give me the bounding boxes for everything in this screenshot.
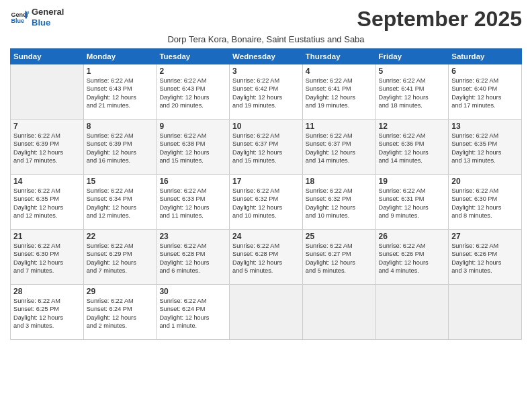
- day-number: 17: [232, 177, 300, 186]
- table-row: 16Sunrise: 6:22 AMSunset: 6:33 PMDayligh…: [157, 175, 230, 230]
- day-info: Sunrise: 6:22 AMSunset: 6:35 PMDaylight:…: [13, 187, 81, 220]
- table-row: 13Sunrise: 6:22 AMSunset: 6:35 PMDayligh…: [449, 120, 522, 175]
- day-info: Sunrise: 6:22 AMSunset: 6:39 PMDaylight:…: [13, 132, 81, 165]
- table-row: 22Sunrise: 6:22 AMSunset: 6:29 PMDayligh…: [83, 230, 157, 285]
- header-wednesday: Wednesday: [230, 49, 303, 64]
- day-info: Sunrise: 6:22 AMSunset: 6:42 PMDaylight:…: [232, 77, 300, 110]
- day-info: Sunrise: 6:22 AMSunset: 6:28 PMDaylight:…: [232, 242, 300, 275]
- table-row: 29Sunrise: 6:22 AMSunset: 6:24 PMDayligh…: [83, 285, 157, 340]
- month-title: September 2025: [357, 7, 522, 32]
- table-row: 26Sunrise: 6:22 AMSunset: 6:26 PMDayligh…: [375, 230, 449, 285]
- table-row: 9Sunrise: 6:22 AMSunset: 6:38 PMDaylight…: [157, 120, 230, 175]
- day-info: Sunrise: 6:22 AMSunset: 6:24 PMDaylight:…: [159, 297, 226, 330]
- day-number: 9: [159, 122, 226, 131]
- logo-line2: Blue: [32, 17, 64, 28]
- table-row: 10Sunrise: 6:22 AMSunset: 6:37 PMDayligh…: [230, 120, 303, 175]
- day-info: Sunrise: 6:22 AMSunset: 6:32 PMDaylight:…: [306, 187, 373, 220]
- day-info: Sunrise: 6:22 AMSunset: 6:26 PMDaylight:…: [451, 242, 519, 275]
- table-row: 24Sunrise: 6:22 AMSunset: 6:28 PMDayligh…: [230, 230, 303, 285]
- day-number: 18: [306, 177, 373, 186]
- table-row: 17Sunrise: 6:22 AMSunset: 6:32 PMDayligh…: [230, 175, 303, 230]
- day-number: 7: [13, 122, 81, 131]
- header-sunday: Sunday: [11, 49, 84, 64]
- day-number: 25: [306, 232, 373, 241]
- calendar-header: Sunday Monday Tuesday Wednesday Thursday…: [11, 49, 522, 64]
- day-number: 12: [379, 122, 446, 131]
- day-number: 22: [87, 232, 154, 241]
- subtitle: Dorp Tera Kora, Bonaire, Saint Eustatius…: [10, 34, 522, 44]
- day-info: Sunrise: 6:22 AMSunset: 6:37 PMDaylight:…: [232, 132, 300, 165]
- page: General Blue General Blue September 2025…: [0, 0, 532, 411]
- logo: General Blue General Blue: [10, 7, 64, 28]
- day-number: 19: [379, 177, 446, 186]
- day-number: 8: [87, 122, 154, 131]
- svg-text:Blue: Blue: [11, 17, 24, 24]
- header-saturday: Saturday: [449, 49, 522, 64]
- table-row: [375, 285, 449, 340]
- day-number: 1: [87, 66, 154, 76]
- day-number: 30: [159, 287, 226, 296]
- table-row: 19Sunrise: 6:22 AMSunset: 6:31 PMDayligh…: [375, 175, 449, 230]
- header-tuesday: Tuesday: [157, 49, 230, 64]
- table-row: 11Sunrise: 6:22 AMSunset: 6:37 PMDayligh…: [302, 120, 375, 175]
- calendar-body: 1Sunrise: 6:22 AMSunset: 6:43 PMDaylight…: [11, 64, 522, 340]
- table-row: 18Sunrise: 6:22 AMSunset: 6:32 PMDayligh…: [302, 175, 375, 230]
- day-number: 2: [159, 66, 226, 76]
- day-number: 10: [232, 122, 300, 131]
- day-number: 13: [451, 122, 519, 131]
- day-info: Sunrise: 6:22 AMSunset: 6:29 PMDaylight:…: [87, 242, 154, 275]
- table-row: 2Sunrise: 6:22 AMSunset: 6:43 PMDaylight…: [157, 64, 230, 120]
- day-info: Sunrise: 6:22 AMSunset: 6:35 PMDaylight:…: [451, 132, 519, 165]
- day-number: 4: [306, 66, 373, 76]
- table-row: 1Sunrise: 6:22 AMSunset: 6:43 PMDaylight…: [83, 64, 157, 120]
- day-info: Sunrise: 6:22 AMSunset: 6:33 PMDaylight:…: [159, 187, 226, 220]
- day-number: 6: [451, 66, 519, 76]
- day-info: Sunrise: 6:22 AMSunset: 6:31 PMDaylight:…: [379, 187, 446, 220]
- table-row: 3Sunrise: 6:22 AMSunset: 6:42 PMDaylight…: [230, 64, 303, 120]
- day-number: 26: [379, 232, 446, 241]
- logo-line1: General: [32, 7, 64, 17]
- table-row: 28Sunrise: 6:22 AMSunset: 6:25 PMDayligh…: [11, 285, 84, 340]
- day-info: Sunrise: 6:22 AMSunset: 6:39 PMDaylight:…: [87, 132, 154, 165]
- day-number: 28: [13, 287, 81, 296]
- table-row: 12Sunrise: 6:22 AMSunset: 6:36 PMDayligh…: [375, 120, 449, 175]
- day-number: 15: [87, 177, 154, 186]
- day-number: 29: [87, 287, 154, 296]
- day-info: Sunrise: 6:22 AMSunset: 6:24 PMDaylight:…: [87, 297, 154, 330]
- day-info: Sunrise: 6:22 AMSunset: 6:32 PMDaylight:…: [232, 187, 300, 220]
- day-number: 14: [13, 177, 81, 186]
- day-info: Sunrise: 6:22 AMSunset: 6:27 PMDaylight:…: [306, 242, 373, 275]
- table-row: 6Sunrise: 6:22 AMSunset: 6:40 PMDaylight…: [449, 64, 522, 120]
- day-info: Sunrise: 6:22 AMSunset: 6:36 PMDaylight:…: [379, 132, 446, 165]
- table-row: 8Sunrise: 6:22 AMSunset: 6:39 PMDaylight…: [83, 120, 157, 175]
- table-row: 27Sunrise: 6:22 AMSunset: 6:26 PMDayligh…: [449, 230, 522, 285]
- day-info: Sunrise: 6:22 AMSunset: 6:30 PMDaylight:…: [451, 187, 519, 220]
- header: General Blue General Blue September 2025: [10, 7, 522, 32]
- table-row: [11, 64, 84, 120]
- day-info: Sunrise: 6:22 AMSunset: 6:41 PMDaylight:…: [306, 77, 373, 110]
- table-row: 21Sunrise: 6:22 AMSunset: 6:30 PMDayligh…: [11, 230, 84, 285]
- day-number: 5: [379, 66, 446, 76]
- table-row: 5Sunrise: 6:22 AMSunset: 6:41 PMDaylight…: [375, 64, 449, 120]
- header-thursday: Thursday: [302, 49, 375, 64]
- day-info: Sunrise: 6:22 AMSunset: 6:38 PMDaylight:…: [159, 132, 226, 165]
- day-number: 23: [159, 232, 226, 241]
- day-info: Sunrise: 6:22 AMSunset: 6:37 PMDaylight:…: [306, 132, 373, 165]
- day-number: 27: [451, 232, 519, 241]
- day-info: Sunrise: 6:22 AMSunset: 6:43 PMDaylight:…: [159, 77, 226, 110]
- logo-icon: General Blue: [10, 8, 29, 27]
- day-number: 20: [451, 177, 519, 186]
- day-number: 16: [159, 177, 226, 186]
- day-number: 24: [232, 232, 300, 241]
- day-info: Sunrise: 6:22 AMSunset: 6:30 PMDaylight:…: [13, 242, 81, 275]
- day-number: 21: [13, 232, 81, 241]
- table-row: [302, 285, 375, 340]
- table-row: 7Sunrise: 6:22 AMSunset: 6:39 PMDaylight…: [11, 120, 84, 175]
- table-row: 23Sunrise: 6:22 AMSunset: 6:28 PMDayligh…: [157, 230, 230, 285]
- day-info: Sunrise: 6:22 AMSunset: 6:25 PMDaylight:…: [13, 297, 81, 330]
- table-row: 4Sunrise: 6:22 AMSunset: 6:41 PMDaylight…: [302, 64, 375, 120]
- day-info: Sunrise: 6:22 AMSunset: 6:43 PMDaylight:…: [87, 77, 154, 110]
- header-friday: Friday: [375, 49, 449, 64]
- title-block: September 2025: [357, 7, 522, 32]
- table-row: 25Sunrise: 6:22 AMSunset: 6:27 PMDayligh…: [302, 230, 375, 285]
